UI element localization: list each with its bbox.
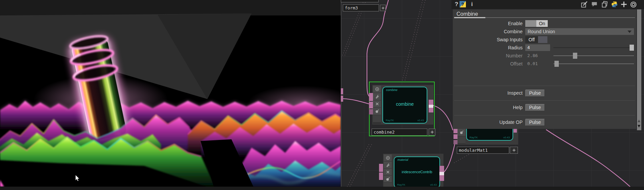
lock-flag-icon[interactable] <box>373 93 381 100</box>
combine2-input-connector-2[interactable] <box>369 102 373 108</box>
dashed-wire-c1 <box>345 144 369 190</box>
param-label: Enable <box>453 20 523 27</box>
iridescence-output-connector[interactable] <box>439 166 444 181</box>
param-row-radius: Radius 4 <box>453 44 636 51</box>
speech-bubble-icon <box>591 1 598 8</box>
offscreen-node-connector[interactable] <box>341 88 343 94</box>
combine2-input-connector-3[interactable] <box>369 109 373 114</box>
iridescence-viewer[interactable]: material iridescenceContrib RayTK v0.43 <box>394 156 440 188</box>
combine2-output-connector[interactable] <box>429 100 433 112</box>
comment-button[interactable] <box>591 1 598 8</box>
delete-flag-icon[interactable] <box>384 169 392 175</box>
wire-bottom-right-curve <box>546 130 633 190</box>
toggle-state-label: On <box>536 20 548 27</box>
chevron-down-icon <box>628 31 632 33</box>
modularmat-output-connector[interactable] <box>514 129 517 133</box>
combine2-category-label: combine <box>386 88 397 92</box>
add-parameter-button[interactable] <box>620 1 628 8</box>
modularmat-name-label: modularMat1 <box>459 148 488 153</box>
scroll-up-icon[interactable] <box>638 120 640 122</box>
toggle-state-label: Off <box>525 36 538 43</box>
bottom-edge-strip <box>0 187 644 190</box>
dropdown-value: Round Union <box>528 29 555 34</box>
modularmat-lib-label: RayTK <box>470 136 478 139</box>
bomb-flag-icon[interactable] <box>373 108 381 115</box>
bypass-flag-icon[interactable] <box>384 154 392 161</box>
info-icon: i <box>471 1 473 8</box>
radius-slider-track[interactable] <box>553 47 634 48</box>
edit-pencil-icon <box>581 1 588 8</box>
python-help-button[interactable]: ? <box>460 1 466 7</box>
combine2-name-label: combine2 <box>374 130 395 135</box>
parameter-panel: Combine Enable On Combine Round Union Sw… <box>453 9 636 129</box>
combine-mode-dropdown[interactable]: Round Union <box>525 28 634 35</box>
modularmat-input-connector-3[interactable] <box>453 140 458 144</box>
sparkle-icon <box>512 148 516 152</box>
iridescence-input-connector-1[interactable] <box>379 164 383 172</box>
inspect-pulse-button[interactable]: Pulse <box>525 90 545 97</box>
modularmat-flip-button[interactable] <box>510 147 518 154</box>
render-viewport[interactable] <box>0 0 341 190</box>
python-logo-icon <box>611 1 618 8</box>
app-window: form3 co <box>0 0 644 190</box>
sparkle-icon <box>381 6 385 10</box>
update-op-pulse-button[interactable]: Pulse <box>525 119 545 126</box>
form3-flip-button[interactable] <box>380 5 386 11</box>
modularmat-flags <box>458 129 466 144</box>
bypass-flag-icon[interactable] <box>373 86 381 93</box>
offset-slider-handle <box>554 61 559 67</box>
modularmat-input-connector-1[interactable] <box>453 129 458 133</box>
iridescence-title: iridescenceContrib <box>394 170 439 174</box>
help-pulse-button[interactable]: Pulse <box>525 104 545 111</box>
flag-spacer <box>373 115 381 122</box>
form3-name-label: form3 <box>345 5 358 10</box>
flag-spacer <box>458 136 466 143</box>
radius-value-field[interactable]: 4 <box>525 44 550 51</box>
toggle-knob[interactable] <box>538 36 547 43</box>
enable-toggle[interactable]: On <box>525 20 548 27</box>
node-namebox-form3[interactable]: form3 <box>343 4 379 11</box>
parameter-page-tab[interactable]: Combine <box>457 11 478 17</box>
combine2-viewer[interactable]: combine combine RayTK v0.43 <box>382 87 427 124</box>
help-button[interactable]: ? <box>453 1 460 8</box>
delete-flag-icon[interactable] <box>373 100 381 107</box>
lock-flag-icon[interactable] <box>384 161 392 168</box>
param-separator <box>454 115 635 115</box>
offscreen-node-connector[interactable] <box>341 96 343 102</box>
copy-pages-icon <box>601 1 608 8</box>
node-iridescence[interactable]: material iridescenceContrib RayTK v0.43 <box>383 154 443 190</box>
combine2-input-connector-1[interactable] <box>369 93 373 101</box>
bomb-flag-icon[interactable] <box>458 129 466 136</box>
sparkle-icon <box>430 130 434 134</box>
target-op-button[interactable] <box>630 1 637 8</box>
param-row-number: Number 2.86 <box>453 52 636 59</box>
param-row-inspect: Inspect Pulse <box>453 90 636 96</box>
edit-comment-button[interactable] <box>581 1 588 8</box>
info-button[interactable]: i <box>468 1 476 8</box>
param-row-swap-inputs: Swap Inputs Off <box>453 36 636 43</box>
modularmat-input-connector-2[interactable] <box>453 134 458 139</box>
param-label: Offset <box>453 60 523 67</box>
param-label: Number <box>453 52 523 59</box>
node-modularmat[interactable]: RayTK v0.43 <box>457 129 518 145</box>
iridescence-input-connector-2[interactable] <box>379 173 383 180</box>
combine2-flip-button[interactable] <box>429 129 435 136</box>
python-expressions-button[interactable] <box>611 1 618 8</box>
tab-divider <box>454 17 635 18</box>
modularmat-version-label: v0.43 <box>503 136 510 139</box>
toggle-knob[interactable] <box>525 20 536 27</box>
scroll-down-icon[interactable] <box>638 125 640 128</box>
node-combine2[interactable]: combine combine RayTK v0.43 <box>372 85 433 125</box>
node-namebox-partial-top[interactable] <box>341 0 379 2</box>
node-namebox-combine2[interactable]: combine2 <box>372 129 427 136</box>
bomb-flag-icon[interactable] <box>384 176 392 182</box>
swap-inputs-toggle[interactable]: Off <box>525 36 547 43</box>
node-namebox-modularmat[interactable]: modularMat1 <box>457 147 509 154</box>
param-row-combine: Combine Round Union <box>453 28 636 35</box>
wire-left-to-combine <box>343 99 370 104</box>
param-label: Update OP <box>453 119 523 126</box>
radius-slider-handle[interactable] <box>630 45 634 51</box>
param-separator <box>454 100 635 101</box>
copy-parameters-button[interactable] <box>601 1 608 8</box>
panel-scrollbar[interactable] <box>637 9 641 130</box>
